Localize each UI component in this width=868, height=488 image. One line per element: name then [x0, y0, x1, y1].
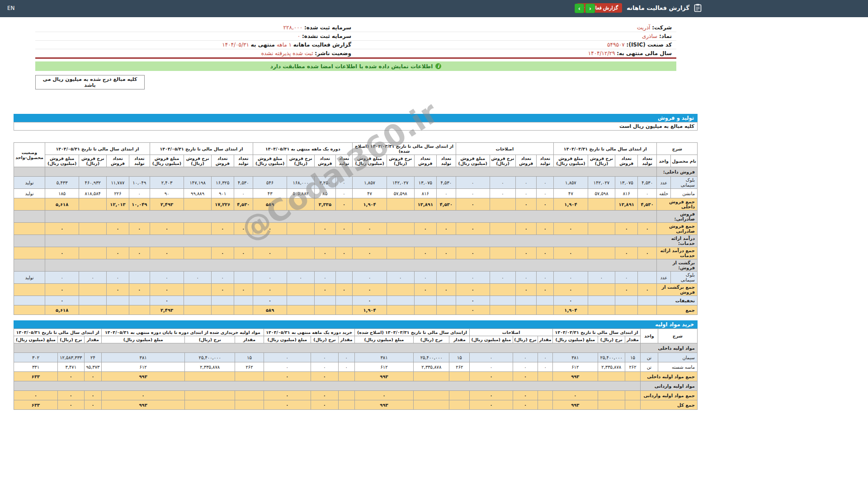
- cell: برگشت از فروش:: [657, 259, 698, 272]
- cell: ۰: [264, 353, 311, 362]
- cell: ۰: [554, 272, 588, 284]
- cell: [184, 223, 212, 235]
- cell: ۰: [102, 391, 185, 400]
- column-header: تعداد فروش: [515, 155, 536, 167]
- cell: ۱۱,۷۸۷: [107, 177, 129, 189]
- cell: ۵۰۵,۸۸۲: [287, 189, 315, 198]
- company-info-cell-left: وضعیت ناشر: ثبت شده پذیرفته نشده: [35, 49, 356, 58]
- cell: [387, 284, 414, 296]
- cell: [287, 284, 315, 296]
- product-name: بلوک سیمانی: [671, 272, 698, 284]
- column-header: مقدار: [338, 336, 354, 343]
- cell: ۰: [537, 284, 554, 296]
- company-info-table: شرکت: آذریت سرمایه ثبت شده: ۲۲۸,۰۰۰ نماد…: [35, 23, 676, 59]
- cell: ۰: [84, 391, 102, 400]
- cell: ۰: [315, 247, 335, 259]
- cell: جمع برگشت از فروش: [657, 284, 698, 296]
- production-section-title: تولید و فروش: [14, 114, 698, 122]
- company-info-cell-left: سرمایه ثبت شده: ۲۲۸,۰۰۰: [35, 23, 356, 32]
- cell: [235, 400, 264, 410]
- cell: ۵۸۹: [253, 198, 287, 211]
- company-info-cell-left: سرمایه ثبت نشده: ۰: [35, 32, 356, 41]
- cell: [335, 296, 353, 305]
- cell: ۰: [353, 247, 387, 259]
- cell: [79, 223, 107, 235]
- cell: [45, 259, 657, 272]
- cell: ۹۹۳: [553, 400, 598, 410]
- cell: ۰: [264, 372, 311, 381]
- column-header: مبلغ فروش (میلیون ریال): [150, 155, 184, 167]
- column-header: از ابتدای سال مالی تا تاریخ ۱۴۰۳/۰۵/۳۱: [45, 143, 150, 155]
- cell: [490, 284, 515, 296]
- cell: ۰: [14, 391, 58, 400]
- next-report-button[interactable]: ›: [585, 4, 595, 13]
- company-name-link[interactable]: آذریت: [637, 24, 651, 31]
- cell: ۴۷: [353, 189, 387, 198]
- column-header: از ابتدای سال مالی تا تاریخ ۱۴۰۴/۰۵/۳۱: [150, 143, 253, 155]
- cell: [387, 223, 414, 235]
- column-header: از ابتدای سال مالی تا تاریخ ۱۴۰۳/۰۵/۳۱: [14, 329, 102, 336]
- cell: [335, 305, 353, 315]
- cell: ۰: [554, 247, 588, 259]
- cell: [588, 284, 615, 296]
- cell: ۰: [456, 272, 490, 284]
- data-row: بلوک سیمانیعدد۴,۵۳۰۱۳,۰۷۵۱۴۲,۰۲۷۱,۸۵۷۰۰۰…: [14, 177, 698, 189]
- cell: ۰: [637, 189, 656, 198]
- company-info-row: سال مالی منتهی به: ۱۴۰۴/۱۲/۲۹ وضعیت ناشر…: [35, 49, 676, 58]
- cell: ۰: [107, 284, 129, 296]
- column-header: واحد: [657, 155, 671, 167]
- cell: ۴,۵۳۰: [234, 198, 253, 211]
- cell: ۰: [554, 284, 588, 296]
- cell: ۰: [515, 198, 536, 211]
- cell: ۸۱۶: [414, 189, 437, 198]
- cell: ۰: [537, 177, 554, 189]
- cell: [414, 391, 449, 400]
- cell: ۸۱۶: [615, 189, 638, 198]
- info-value: ثبت شده پذیرفته نشده: [261, 50, 313, 56]
- cell: ۳۸۱: [102, 353, 185, 362]
- cell: ۰: [414, 272, 437, 284]
- cell: ۰: [184, 272, 212, 284]
- info-label: سرمایه ثبت شده:: [304, 24, 351, 31]
- cell: ۰: [315, 223, 335, 235]
- product-name: مانشن: [671, 189, 698, 198]
- cell: ۱۴۲,۰۲۷: [387, 177, 414, 189]
- production-table: شرحاز ابتدای سال مالی تا تاریخ ۱۴۰۴/۰۴/۳…: [14, 142, 698, 315]
- cell: جمع فروش صادراتی: [657, 223, 698, 235]
- info-icon: i: [435, 63, 441, 69]
- cell: [185, 372, 235, 381]
- cell: ۰: [537, 272, 554, 284]
- cell: ۱۴۲,۰۲۷: [588, 177, 615, 189]
- column-header: از ابتدای سال مالی تا تاریخ ۱۴۰۴/۰۴/۳۱ (…: [353, 143, 456, 155]
- data-row: ماسه شستهتن۲۶۲۲,۳۳۵,۸۷۸۶۱۲۰۰۰۲۶۲۲,۳۳۵,۸۷…: [14, 362, 698, 372]
- sum-row: جمع مواد اولیه داخلی۹۹۳۰۰۹۹۳۰۰۹۹۳۰۰۶۳۳: [14, 372, 698, 381]
- cell: [625, 400, 640, 410]
- cell: ۱۵: [449, 353, 470, 362]
- info-value: ۲۲۸,۰۰۰: [283, 24, 303, 31]
- cell: [287, 223, 315, 235]
- cell: [588, 296, 615, 305]
- cell: ۴,۵۳۰: [234, 177, 253, 189]
- cell: [598, 391, 625, 400]
- sum-row: جمع فروش صادراتی۰۰۰۰۰۰۰۰۰۰۰۰۰۰۰۰۰۰: [14, 223, 698, 235]
- cell: ۴,۵۳۰: [437, 177, 456, 189]
- cell: ۲۵,۴۰۰,۰۰۰: [414, 353, 449, 362]
- cell: ۰: [45, 284, 79, 296]
- cell: ۵,۴۳۳: [45, 177, 79, 189]
- cell: ۰: [335, 189, 353, 198]
- language-switch-en[interactable]: EN: [7, 5, 15, 11]
- cell: [414, 372, 449, 381]
- cell: [490, 223, 515, 235]
- cell: ۱,۸۵۷: [353, 177, 387, 189]
- cell: ۲۶۲: [625, 362, 640, 372]
- purchase-table: شرحواحداز ابتدای سال مالی تا تاریخ ۱۴۰۴/…: [14, 328, 698, 410]
- column-header: تعداد فروش: [315, 155, 335, 167]
- cell: [490, 247, 515, 259]
- cell: ۱۶۸,۰۰۰: [287, 177, 315, 189]
- cell: [14, 305, 45, 315]
- cell: ۰: [470, 372, 513, 381]
- cell: ۰: [515, 177, 536, 189]
- cell: تولید: [14, 272, 45, 284]
- prev-report-button[interactable]: ‹: [575, 4, 584, 13]
- column-header: مواد اولیه خریداری شده از ابتدای دوره تا…: [102, 329, 264, 336]
